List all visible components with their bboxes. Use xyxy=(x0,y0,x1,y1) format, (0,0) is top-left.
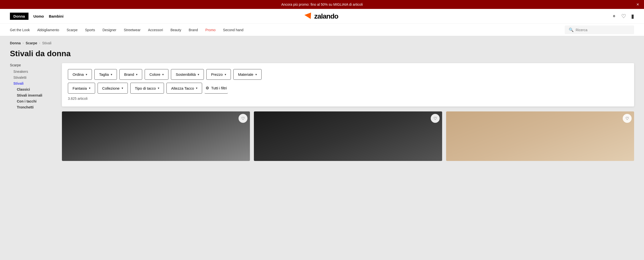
nav-item-second-hand[interactable]: Second hand xyxy=(223,24,244,36)
sidebar-item-sneakers[interactable]: Sneakers xyxy=(10,70,54,74)
search-input[interactable] xyxy=(576,28,630,32)
nav-item-scarpe[interactable]: Scarpe xyxy=(67,24,78,36)
filter-tipo-di-tacco[interactable]: Tipo di tacco ▾ xyxy=(130,83,164,94)
header: Donna Uomo Bambini zalando ⚬ ♡ ▮ xyxy=(0,9,644,24)
filter-colore[interactable]: Colore ▾ xyxy=(145,69,168,80)
product-image-3 xyxy=(446,112,634,161)
sidebar: Scarpe Sneakers Stivaletti Stivali Class… xyxy=(10,63,54,111)
filter-brand[interactable]: Brand ▾ xyxy=(120,69,142,80)
nav-bar: Get the Look Abbigliamento Scarpe Sports… xyxy=(0,24,644,36)
breadcrumb-donna[interactable]: Donna xyxy=(10,41,21,45)
product-image-2 xyxy=(254,112,442,161)
content-layout: Scarpe Sneakers Stivaletti Stivali Class… xyxy=(10,63,634,161)
product-card-2[interactable]: ♡ xyxy=(254,112,442,161)
filter-row-1: Ordina ▾ Taglia ▾ Brand ▾ Colore ▾ xyxy=(68,69,628,80)
filter-sostenibilita[interactable]: Sostenibilità ▾ xyxy=(171,69,204,80)
nav-item-designer[interactable]: Designer xyxy=(102,24,116,36)
nav-item-get-the-look[interactable]: Get the Look xyxy=(10,24,30,36)
chevron-down-icon: ▾ xyxy=(136,73,138,76)
cart-icon[interactable]: ▮ xyxy=(631,13,634,20)
chevron-down-icon: ▾ xyxy=(86,73,87,76)
nav-bambini-button[interactable]: Bambini xyxy=(49,14,64,18)
nav-item-beauty[interactable]: Beauty xyxy=(170,24,181,36)
logo-text: zalando xyxy=(314,12,338,20)
search-icon: 🔍 xyxy=(569,28,574,32)
breadcrumb-scarpe[interactable]: Scarpe xyxy=(26,41,38,45)
product-image-1 xyxy=(62,112,250,161)
wishlist-button-3[interactable]: ♡ xyxy=(623,114,632,123)
sidebar-item-stivali[interactable]: Stivali xyxy=(10,82,54,86)
header-nav: Donna Uomo Bambini xyxy=(10,13,64,20)
breadcrumb-sep-1: › xyxy=(23,41,24,45)
sliders-icon: ⚙ xyxy=(206,86,209,90)
product-card-1[interactable]: ♡ xyxy=(62,112,250,161)
nav-uomo-button[interactable]: Uomo xyxy=(34,14,44,18)
banner-close-button[interactable]: × xyxy=(636,2,639,7)
filter-taglia[interactable]: Taglia ▾ xyxy=(94,69,117,80)
chevron-down-icon: ▾ xyxy=(122,86,123,90)
header-icons: ⚬ ♡ ▮ xyxy=(612,13,634,20)
filter-collezione[interactable]: Collezione ▾ xyxy=(98,83,128,94)
nav-item-brand[interactable]: Brand xyxy=(189,24,198,36)
banner-text: Ancora più promo: fino al 50% su MIGLIAI… xyxy=(281,2,362,6)
user-icon[interactable]: ⚬ xyxy=(612,13,616,20)
chevron-down-icon: ▾ xyxy=(89,86,90,90)
sidebar-item-classici[interactable]: Classici xyxy=(10,88,54,91)
chevron-down-icon: ▾ xyxy=(225,73,226,76)
sidebar-item-stivaletti[interactable]: Stivaletti xyxy=(10,76,54,80)
nav-item-streetwear[interactable]: Streetwear xyxy=(124,24,141,36)
filter-fantasia[interactable]: Fantasia ▾ xyxy=(68,83,95,94)
nav-donna-button[interactable]: Donna xyxy=(10,13,28,20)
product-grid: ♡ ♡ ♡ xyxy=(62,112,634,161)
sidebar-item-scarpe[interactable]: Scarpe xyxy=(10,63,54,67)
breadcrumb-sep-2: › xyxy=(39,41,40,45)
top-banner: Ancora più promo: fino al 50% su MIGLIAI… xyxy=(0,0,644,9)
wishlist-button-2[interactable]: ♡ xyxy=(431,114,440,123)
all-filters-button[interactable]: ⚙ Tutti i filtri xyxy=(204,83,228,94)
search-bar[interactable]: 🔍 xyxy=(565,26,634,34)
main-content: Donna › Scarpe › Stivali Stivali da donn… xyxy=(0,36,644,166)
filter-panel: Ordina ▾ Taglia ▾ Brand ▾ Colore ▾ xyxy=(62,63,634,106)
filter-materiale[interactable]: Materiale ▾ xyxy=(233,69,262,80)
sidebar-item-tronchetti[interactable]: Tronchetti xyxy=(10,105,54,109)
product-card-3[interactable]: ♡ xyxy=(446,112,634,161)
filter-prezzo[interactable]: Prezzo ▾ xyxy=(206,69,231,80)
chevron-down-icon: ▾ xyxy=(158,86,159,90)
logo[interactable]: zalando xyxy=(306,12,338,20)
chevron-down-icon: ▾ xyxy=(196,86,198,90)
nav-item-promo[interactable]: Promo xyxy=(205,24,216,36)
chevron-down-icon: ▾ xyxy=(111,73,112,76)
nav-item-accessori[interactable]: Accessori xyxy=(148,24,163,36)
nav-item-sports[interactable]: Sports xyxy=(85,24,95,36)
articles-count: 3.825 articoli xyxy=(68,96,628,100)
filter-altezza-tacco[interactable]: Altezza Tacco ▾ xyxy=(166,83,202,94)
nav-item-abbigliamento[interactable]: Abbigliamento xyxy=(37,24,59,36)
chevron-down-icon: ▾ xyxy=(162,73,164,76)
sidebar-item-stivali-invernali[interactable]: Stivali invernali xyxy=(10,93,54,97)
filter-ordina[interactable]: Ordina ▾ xyxy=(68,69,92,80)
filter-row-2: Fantasia ▾ Collezione ▾ Tipo di tacco ▾ … xyxy=(68,83,628,94)
page-title: Stivali da donna xyxy=(10,49,634,58)
logo-icon xyxy=(304,12,314,20)
right-panel: Ordina ▾ Taglia ▾ Brand ▾ Colore ▾ xyxy=(62,63,634,161)
wishlist-icon[interactable]: ♡ xyxy=(621,13,626,20)
breadcrumb: Donna › Scarpe › Stivali xyxy=(10,41,634,45)
sidebar-item-con-i-tacchi[interactable]: Con i tacchi xyxy=(10,99,54,103)
chevron-down-icon: ▾ xyxy=(198,73,199,76)
chevron-down-icon: ▾ xyxy=(255,73,257,76)
breadcrumb-stivali: Stivali xyxy=(42,41,51,45)
